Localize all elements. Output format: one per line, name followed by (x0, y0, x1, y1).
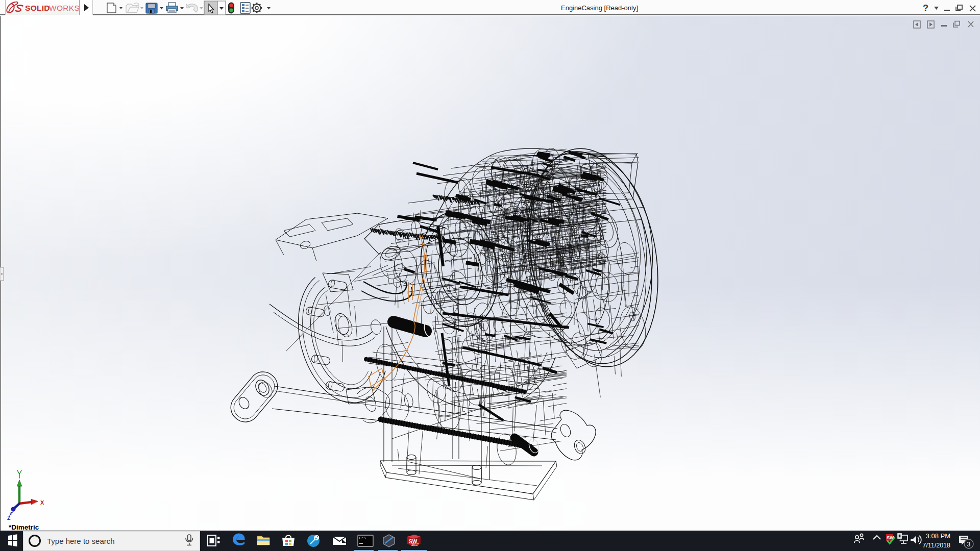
svg-text:Z: Z (7, 515, 11, 521)
svg-text:3: 3 (967, 541, 971, 548)
svg-text:WORKS: WORKS (49, 4, 80, 12)
svg-text:C:\: C:\ (359, 536, 367, 540)
svg-text:SOLID: SOLID (25, 4, 50, 12)
svg-text:2017: 2017 (411, 543, 419, 546)
svg-text:?: ? (923, 3, 928, 13)
svg-text:X: X (40, 499, 44, 506)
